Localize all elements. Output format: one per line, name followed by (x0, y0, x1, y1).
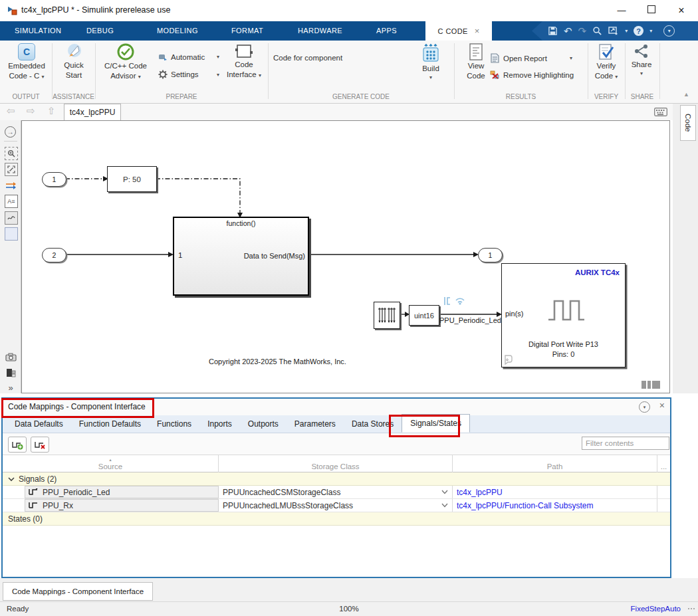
p-50-block[interactable]: P: 50 (107, 166, 157, 192)
outport-1-block[interactable]: 1 (478, 248, 503, 262)
help-dropdown-icon[interactable]: ▾ (649, 28, 652, 34)
tab-apps[interactable]: APPS (371, 21, 402, 41)
ribbon-tab-bar: SIMULATION DEBUG MODELING FORMAT HARDWAR… (0, 21, 698, 41)
zoom-icon[interactable] (5, 147, 18, 160)
code-mappings-bottom-tab[interactable]: Code Mappings - Component Interface (3, 582, 153, 601)
storage-class-select[interactable]: PPUUncachedLMUBssStorageClass (219, 499, 453, 512)
embedded-code-button[interactable]: C Embedded Code - C ▾ (4, 43, 49, 81)
diagram-canvas[interactable]: 1 P: 50 2 function() 1 Data to Send(Msg)… (21, 120, 670, 393)
panel-close-icon[interactable]: × (659, 400, 665, 411)
copyright-note: Copyright 2023-2025 The MathWorks, Inc. (209, 358, 346, 365)
tab-functions[interactable]: Functions (149, 415, 199, 433)
layout-icon[interactable] (608, 27, 619, 36)
nav-up-icon[interactable]: ⇧ (47, 105, 56, 117)
signal-editor-block[interactable] (374, 302, 400, 329)
tab-data-defaults[interactable]: Data Defaults (7, 415, 71, 433)
camera-icon[interactable] (5, 351, 17, 363)
collapse-chevron-icon[interactable] (8, 476, 15, 482)
tab-signals-states[interactable]: Signals/States (402, 414, 470, 433)
panel-minimize-icon[interactable]: ▾ (639, 401, 650, 413)
close-window-button[interactable]: × (671, 4, 691, 17)
capture-image-icon[interactable] (5, 367, 17, 379)
fit-to-view-icon[interactable] (5, 163, 18, 176)
storage-class-select[interactable]: PPUUncachedCSMStorageClass (219, 486, 453, 498)
minimize-button[interactable]: — (612, 4, 632, 17)
aurix-digital-port-write-block[interactable]: AURIX TC4x pin(s) Digital Port Write P13… (501, 263, 626, 367)
undo-icon[interactable]: ↶ (564, 26, 572, 36)
nav-back-icon[interactable]: ⇦ (7, 105, 15, 117)
layout-dropdown-icon[interactable]: ▾ (625, 28, 628, 34)
resize-grip[interactable] (687, 607, 695, 610)
quick-access-toolbar: ↶ ↷ ▾ ? ▾ ▾ (532, 21, 698, 41)
code-side-tab[interactable]: Code (680, 105, 696, 141)
collapse-ribbon-icon[interactable]: ▲ (683, 91, 689, 98)
tab-inports[interactable]: Inports (199, 415, 240, 433)
inport-2-block[interactable]: 2 (42, 248, 66, 262)
filter-contents-input[interactable] (582, 437, 669, 450)
build-button[interactable]: Build ▾ (415, 43, 447, 80)
path-link[interactable]: tc4x_lpcPPU (453, 486, 657, 498)
tab-parameters[interactable]: Parameters (287, 415, 344, 433)
close-c-code-tab-icon[interactable]: × (475, 26, 480, 36)
signals-group-row[interactable]: Signals (2) (3, 472, 670, 486)
dropdown-icon: ▾ (42, 74, 45, 80)
tab-format[interactable]: FORMAT (226, 21, 269, 41)
function-call-subsystem-block[interactable]: function() 1 Data to Send(Msg) (173, 217, 309, 296)
panes-layout-icon[interactable] (640, 377, 660, 389)
window-title: tc4x_lpcPPU * - Simulink prerelease use (21, 5, 170, 15)
area-box-icon[interactable] (5, 227, 18, 241)
column-header-source[interactable]: ▲ Source (3, 455, 219, 472)
inport-1-block[interactable]: 1 (42, 172, 66, 187)
table-row[interactable]: PPU_Periodic_Led PPUUncachedCSMStorageCl… (3, 486, 670, 499)
solver-label[interactable]: FixedStepAuto (631, 605, 681, 613)
tab-outports[interactable]: Outports (240, 415, 287, 433)
group-label-verify: VERIFY (588, 93, 625, 100)
canvas-tool-palette: → A≡ » (0, 120, 21, 393)
help-icon[interactable]: ? (634, 26, 643, 36)
uint16-conversion-block[interactable]: uint16 (409, 305, 439, 326)
search-icon[interactable] (592, 26, 602, 36)
column-header-path[interactable]: Path (453, 455, 657, 472)
remove-highlighting-button[interactable]: Remove Highlighting (490, 70, 583, 80)
share-button[interactable]: Share ▾ (628, 43, 655, 76)
signal-routing-icon[interactable] (5, 179, 17, 191)
tab-hardware[interactable]: HARDWARE (292, 21, 348, 41)
annotation-icon[interactable]: A≡ (5, 195, 18, 208)
tab-simulation[interactable]: SIMULATION (9, 21, 66, 41)
table-row[interactable]: PPU_Rx PPUUncachedLMUBssStorageClass tc4… (3, 499, 670, 512)
nav-forward-icon[interactable]: ⇨ (27, 105, 35, 117)
view-code-button[interactable]: View Code (463, 43, 489, 80)
settings-dropdown[interactable]: Settings ▾ (158, 70, 219, 79)
add-signal-button[interactable] (8, 437, 27, 453)
states-group-row[interactable]: States (0) (3, 512, 670, 526)
table-header: ▲ Source Storage Class Path ... (3, 455, 670, 472)
subsystem-function-port-label: function() (174, 219, 308, 227)
save-icon[interactable] (548, 26, 558, 36)
panel-tab-bar: Data Defaults Function Defaults Function… (3, 415, 670, 433)
expand-palette-icon[interactable]: » (5, 381, 17, 393)
embedded-code-icon: C (18, 43, 35, 60)
minimize-toolstrip-icon[interactable]: ▾ (663, 25, 675, 37)
breadcrumb[interactable]: tc4x_lpcPPU (64, 104, 121, 120)
column-header-storage-class[interactable]: Storage Class (219, 455, 453, 472)
tab-data-stores[interactable]: Data Stores (344, 415, 402, 433)
image-viewer-icon[interactable] (5, 211, 18, 225)
quick-start-button[interactable]: Quick Start (55, 43, 92, 80)
keyboard-icon[interactable] (654, 108, 667, 116)
open-report-dropdown[interactable]: Open Report ▾ (490, 53, 572, 63)
code-advisor-button[interactable]: C/C++ Code Advisor ▾ (97, 43, 154, 81)
automatic-dropdown[interactable]: Automatic ▾ (158, 52, 219, 61)
hide-explorer-icon[interactable]: → (5, 126, 16, 138)
code-interface-button[interactable]: Code Interface ▾ (223, 43, 265, 80)
tab-c-code[interactable]: C CODE × (425, 21, 492, 41)
signal-name-label[interactable]: PPU_Periodic_Led (439, 316, 501, 324)
tab-function-defaults[interactable]: Function Defaults (71, 415, 149, 433)
source-cell: PPU_Periodic_Led (25, 486, 219, 498)
column-header-more[interactable]: ... (657, 455, 670, 472)
remove-signal-button[interactable] (31, 437, 49, 453)
path-link[interactable]: tc4x_lpcPPU/Function-Call Subsystem (453, 499, 657, 512)
tab-modeling[interactable]: MODELING (152, 21, 203, 41)
maximize-button[interactable] (641, 4, 661, 17)
tab-debug[interactable]: DEBUG (81, 21, 119, 41)
verify-code-button[interactable]: Verify Code ▾ (590, 43, 622, 81)
